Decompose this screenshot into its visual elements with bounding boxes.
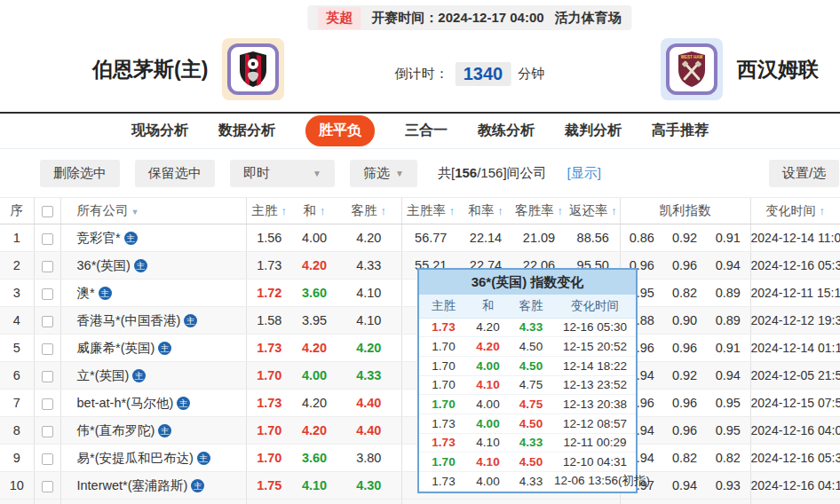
header-away-odds[interactable]: 客胜 ↑ — [337, 198, 401, 224]
header-away-rate[interactable]: 客胜率 ↑ — [511, 198, 567, 224]
row-checkbox[interactable] — [42, 288, 53, 300]
company-name[interactable]: 立*(英国) — [77, 368, 130, 382]
company-cell[interactable]: 易*(安提瓜和巴布达)主 — [60, 445, 246, 472]
odds-cell[interactable]: 4.20 — [292, 252, 337, 280]
header-home-odds[interactable]: 主胜 ↑ — [246, 198, 292, 224]
odds-cell[interactable]: 3.60 — [292, 445, 337, 472]
odds-cell[interactable]: 4.33 — [337, 252, 401, 280]
company-cell[interactable]: 36*(英国)主 — [60, 252, 246, 280]
odds-cell[interactable]: 1.73 — [246, 252, 292, 280]
svg-text:WEST HAM: WEST HAM — [681, 55, 703, 59]
sort-up-icon: ↑ — [381, 204, 387, 217]
company-cell[interactable]: bet-at-h*(马尔他)主 — [60, 390, 246, 417]
change-time-cell: 2024-12-12 19:33 — [750, 307, 840, 335]
row-checkbox[interactable] — [42, 261, 53, 272]
odds-cell[interactable]: 1.58 — [246, 307, 292, 335]
odds-cell[interactable]: 3.80 — [337, 445, 401, 472]
odds-cell[interactable]: 3.95 — [292, 307, 337, 335]
header-return-rate[interactable]: 返还率 ↑ — [567, 198, 620, 224]
settings-button[interactable]: 设置/选 — [769, 160, 839, 187]
company-name[interactable]: 澳* — [77, 286, 95, 300]
popup-odds-cell: 4.10 — [468, 433, 508, 453]
odds-cell[interactable]: 4.20 — [292, 335, 337, 362]
odds-cell[interactable]: 1.70 — [246, 362, 292, 390]
tab-referee-analysis[interactable]: 裁判分析 — [565, 122, 622, 140]
time-mode-select[interactable]: 即时 ▼ — [230, 160, 335, 187]
odds-cell[interactable]: 4.30 — [337, 472, 401, 500]
company-name[interactable]: 香港马*(中国香港) — [77, 313, 181, 327]
tab-expert-picks[interactable]: 高手推荐 — [652, 122, 709, 140]
row-checkbox[interactable] — [42, 481, 53, 492]
select-all-checkbox[interactable] — [42, 206, 53, 217]
tab-data-analysis[interactable]: 数据分析 — [218, 122, 275, 140]
kelly-cell: 0.90 — [663, 307, 706, 335]
row-checkbox-cell — [34, 224, 60, 252]
row-checkbox-cell — [34, 335, 60, 362]
popup-odds-cell: 1.73 — [419, 318, 468, 337]
filter-caret-icon: ▼ — [131, 208, 139, 217]
odds-cell[interactable]: 3.60 — [292, 280, 337, 307]
away-team-name: 西汉姆联 — [737, 56, 819, 83]
company-cell[interactable]: 香港马*(中国香港)主 — [60, 307, 246, 335]
popup-time-cell: 12-12 08:57 — [554, 413, 636, 433]
popup-odds-cell: 4.75 — [508, 375, 554, 395]
tab-live-analysis[interactable]: 现场分析 — [131, 122, 188, 140]
odds-cell[interactable]: 4.20 — [337, 335, 401, 362]
odds-history-popup: 36*(英国) 指数变化 主胜 和 客胜 变化时间 1.734.204.3312… — [417, 268, 638, 493]
company-name[interactable]: Interwet*(塞浦路斯) — [77, 478, 188, 492]
odds-cell[interactable]: 4.10 — [337, 280, 401, 307]
header-home-rate[interactable]: 主胜率 ↑ — [401, 198, 460, 224]
odds-cell[interactable]: 4.40 — [337, 417, 401, 445]
odds-cell[interactable]: 4.10 — [292, 472, 337, 500]
odds-cell[interactable]: 1.70 — [246, 445, 292, 472]
header-seq: 序 — [0, 198, 34, 224]
company-name[interactable]: 36*(英国) — [77, 258, 131, 272]
company-name[interactable]: 易*(安提瓜和巴布达) — [77, 451, 194, 465]
change-time-cell: 2024-12-16 04:02 — [750, 417, 840, 445]
odds-cell[interactable]: 1.70 — [246, 417, 292, 445]
change-time-cell: 2024-12-14 01:17 — [750, 335, 840, 362]
odds-cell[interactable]: 4.20 — [292, 417, 337, 445]
odds-cell[interactable]: 1.56 — [246, 224, 292, 252]
popup-row: 1.734.004.5012-12 08:57 — [419, 413, 636, 433]
header-company[interactable]: 所有公司▼ — [60, 198, 246, 224]
odds-cell[interactable]: 4.10 — [337, 307, 401, 335]
odds-cell[interactable]: 4.33 — [337, 362, 401, 390]
show-link[interactable]: [显示] — [567, 165, 601, 182]
odds-cell[interactable]: 1.72 — [246, 280, 292, 307]
row-checkbox[interactable] — [42, 453, 53, 465]
header-draw-rate[interactable]: 和率 ↑ — [460, 198, 511, 224]
tab-three-in-one[interactable]: 三合一 — [405, 122, 448, 140]
company-name[interactable]: 伟*(直布罗陀) — [77, 423, 155, 437]
company-name[interactable]: 威廉希*(英国) — [77, 341, 155, 355]
company-name[interactable]: 竞彩官* — [77, 231, 121, 245]
header-draw-odds[interactable]: 和 ↑ — [292, 198, 337, 224]
row-checkbox[interactable] — [42, 316, 53, 327]
odds-cell[interactable]: 1.73 — [246, 335, 292, 362]
odds-cell[interactable]: 4.00 — [292, 224, 337, 252]
company-cell[interactable]: Interwet*(塞浦路斯)主 — [60, 472, 246, 500]
row-checkbox[interactable] — [42, 233, 53, 245]
header-change-time[interactable]: 变化时间 ↑ — [750, 198, 840, 224]
odds-cell[interactable]: 4.20 — [337, 224, 401, 252]
odds-cell[interactable]: 4.00 — [292, 362, 337, 390]
odds-cell[interactable]: 4.20 — [292, 390, 337, 417]
tab-win-draw-lose[interactable]: 胜平负 — [305, 115, 375, 146]
row-checkbox[interactable] — [42, 371, 53, 382]
company-name[interactable]: bet-at-h*(马尔他) — [77, 396, 174, 410]
keep-selected-button[interactable]: 保留选中 — [135, 160, 215, 187]
company-cell[interactable]: 竞彩官*主 — [60, 224, 246, 252]
filter-select[interactable]: 筛选 ▼ — [350, 160, 417, 187]
odds-cell[interactable]: 1.75 — [246, 472, 292, 500]
row-checkbox[interactable] — [42, 426, 53, 437]
tab-coach-analysis[interactable]: 教练分析 — [478, 122, 535, 140]
company-cell[interactable]: 立*(英国)主 — [60, 362, 246, 390]
odds-cell[interactable]: 1.73 — [246, 390, 292, 417]
company-cell[interactable]: 威廉希*(英国)主 — [60, 335, 246, 362]
row-checkbox[interactable] — [42, 343, 53, 355]
delete-selected-button[interactable]: 删除选中 — [40, 160, 120, 187]
company-cell[interactable]: 伟*(直布罗陀)主 — [60, 417, 246, 445]
row-checkbox[interactable] — [42, 398, 53, 410]
company-cell[interactable]: 澳*主 — [60, 280, 246, 307]
odds-cell[interactable]: 4.40 — [337, 390, 401, 417]
